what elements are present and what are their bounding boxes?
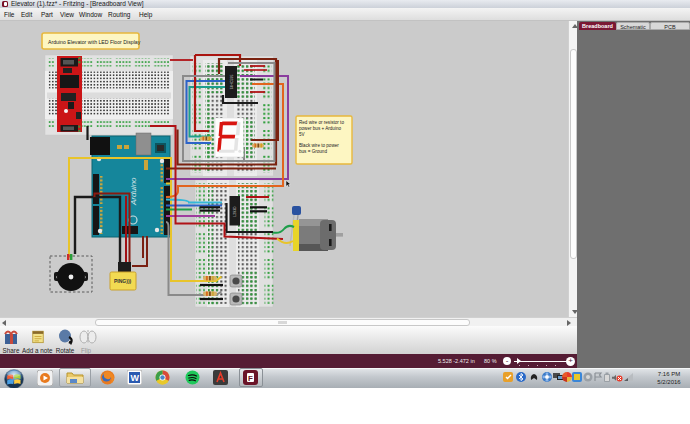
svg-text:Red wire or resistor to: Red wire or resistor to xyxy=(299,120,344,125)
svg-text:5V: 5V xyxy=(299,132,306,137)
svg-text:L293D: L293D xyxy=(233,206,237,217)
svg-text:74HC595: 74HC595 xyxy=(230,75,234,90)
svg-text:bus = Ground: bus = Ground xyxy=(299,149,327,154)
svg-text:PING))): PING))) xyxy=(114,278,132,284)
svg-text:Black wire to power: Black wire to power xyxy=(299,143,339,148)
svg-text:F: F xyxy=(248,374,253,383)
svg-text:Arduino Elevator with LED Floo: Arduino Elevator with LED Floor Display xyxy=(48,39,141,45)
svg-text:power bus + Arduino: power bus + Arduino xyxy=(299,126,341,131)
svg-text:W: W xyxy=(131,373,140,383)
